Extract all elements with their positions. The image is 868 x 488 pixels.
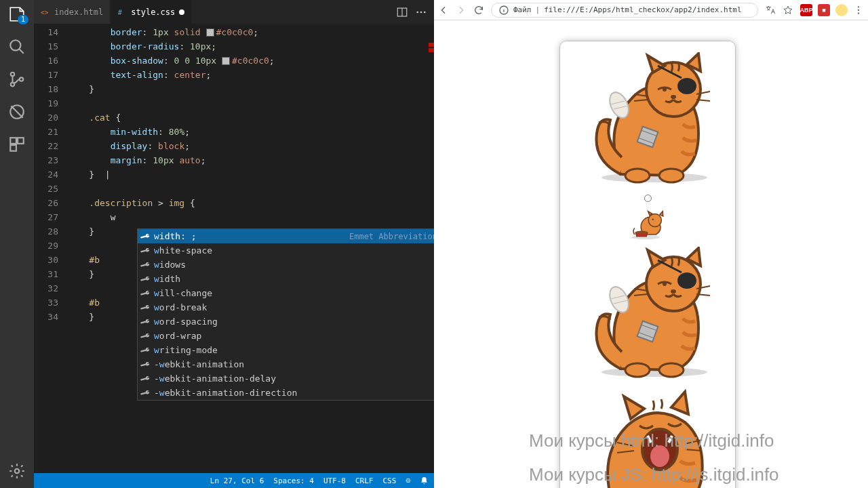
reload-icon[interactable]: [473, 5, 484, 16]
address-bar[interactable]: Файл | file:///E:/Apps/html_checkox/app2…: [491, 3, 758, 18]
search-icon[interactable]: [8, 38, 26, 56]
error-scroll-marker: [429, 48, 434, 52]
svg-point-32: [671, 95, 676, 99]
status-language[interactable]: CSS: [383, 476, 397, 485]
split-editor-icon[interactable]: [396, 6, 408, 18]
suggest-item[interactable]: width: ;Emmet Abbreviation i: [138, 229, 434, 243]
more-actions-icon[interactable]: [415, 6, 427, 18]
svg-point-23: [625, 169, 650, 182]
svg-point-29: [677, 78, 696, 94]
browser-viewport[interactable]: Мои курсы html: http://itgid.info Мои ку…: [434, 20, 868, 488]
svg-point-17: [858, 9, 859, 10]
abp-extension-icon[interactable]: ABP: [800, 4, 812, 16]
status-eol[interactable]: CRLF: [355, 476, 374, 485]
svg-point-3: [20, 77, 23, 81]
forward-icon[interactable]: [456, 5, 467, 16]
explorer-badge: 1: [18, 15, 28, 24]
gear-icon[interactable]: [8, 462, 26, 480]
tab-style-css[interactable]: # style.css: [111, 0, 192, 24]
suggest-item[interactable]: word-wrap: [138, 329, 434, 343]
cat-card: [559, 41, 736, 488]
explorer-icon[interactable]: 1: [8, 5, 26, 23]
svg-point-45: [625, 363, 650, 377]
chrome-menu-icon[interactable]: [853, 5, 864, 16]
suggest-widget[interactable]: width: ;Emmet Abbreviation iwhite-spacew…: [137, 228, 434, 401]
dirty-indicator-icon: [179, 9, 184, 15]
svg-point-13: [420, 11, 422, 13]
tab-label: index.html: [54, 7, 103, 17]
url-origin-label: Файл: [513, 5, 532, 14]
line-gutter: 14 15 16 17 18 19 20 21 22 23 24 25 26 2…: [34, 24, 68, 473]
star-icon[interactable]: [783, 5, 793, 16]
suggest-item[interactable]: -webkit-animation-delay: [138, 371, 434, 386]
activity-bar: 1: [0, 0, 34, 488]
cat-image-injured: [580, 247, 715, 384]
extensions-icon[interactable]: [8, 136, 26, 153]
info-icon[interactable]: [498, 5, 509, 16]
translate-icon[interactable]: [765, 5, 776, 16]
code-editor[interactable]: 14 15 16 17 18 19 20 21 22 23 24 25 26 2…: [34, 24, 434, 473]
browser-toolbar: Файл | file:///E:/Apps/html_checkox/app2…: [434, 0, 868, 20]
svg-point-24: [659, 169, 684, 182]
svg-point-51: [677, 272, 696, 289]
cat-image-injured: [580, 52, 715, 190]
status-feedback-icon[interactable]: ☺: [406, 476, 410, 485]
source-control-icon[interactable]: [8, 70, 26, 88]
suggest-item[interactable]: word-spacing: [138, 314, 434, 329]
svg-point-31: [663, 87, 667, 92]
watermark-text: Мои курсы JS: http://js.itgid.info: [529, 464, 779, 485]
svg-rect-5: [10, 138, 16, 144]
error-scroll-marker: [429, 43, 434, 47]
tab-label: style.css: [131, 7, 175, 17]
status-bar: ⊘2 ⚠0 Ln 27, Col 6 Spaces: 4 UTF-8 CRLF …: [0, 473, 434, 488]
svg-point-12: [416, 11, 418, 13]
tab-bar: <> index.html # style.css: [34, 0, 434, 24]
svg-rect-6: [18, 138, 24, 144]
svg-point-53: [663, 282, 667, 286]
suggest-item[interactable]: white-space: [138, 243, 434, 258]
svg-point-40: [635, 231, 648, 235]
debug-icon[interactable]: [8, 103, 26, 121]
svg-point-2: [11, 83, 14, 86]
cat-radio[interactable]: [644, 195, 652, 202]
svg-point-1: [11, 73, 14, 76]
html-file-icon: <>: [41, 7, 50, 17]
suggest-item[interactable]: writing-mode: [138, 343, 434, 357]
status-encoding[interactable]: UTF-8: [323, 476, 346, 485]
svg-point-8: [15, 469, 20, 474]
svg-point-0: [10, 40, 20, 50]
svg-point-14: [424, 11, 426, 13]
cat-image-eating: [627, 208, 668, 243]
tab-index-html[interactable]: <> index.html: [34, 0, 111, 24]
watermark-text: Мои курсы html: http://itgid.info: [529, 430, 774, 451]
url-text: file:///E:/Apps/html_checkox/app2/index.…: [544, 5, 741, 14]
status-bell-icon[interactable]: [420, 476, 429, 485]
suggest-item[interactable]: widows: [138, 258, 434, 272]
extension-icon[interactable]: ■: [818, 4, 830, 16]
svg-text:#: #: [118, 8, 122, 16]
svg-text:<>: <>: [41, 8, 49, 16]
svg-point-18: [858, 12, 859, 14]
suggest-item[interactable]: -webkit-animation-direction: [138, 386, 434, 400]
svg-point-54: [671, 289, 676, 293]
svg-point-38: [648, 214, 661, 226]
status-indent[interactable]: Spaces: 4: [273, 476, 314, 485]
status-cursor-pos[interactable]: Ln 27, Col 6: [210, 476, 264, 485]
back-icon[interactable]: [438, 5, 449, 16]
suggest-item[interactable]: word-break: [138, 300, 434, 314]
css-file-icon: #: [117, 7, 127, 17]
svg-rect-7: [10, 145, 16, 151]
svg-point-46: [659, 363, 684, 377]
svg-point-16: [858, 6, 859, 7]
suggest-item[interactable]: width: [138, 272, 434, 286]
suggest-item[interactable]: -webkit-animation: [138, 357, 434, 371]
profile-avatar[interactable]: [835, 4, 848, 16]
svg-point-39: [652, 219, 654, 220]
suggest-item[interactable]: will-change: [138, 286, 434, 300]
